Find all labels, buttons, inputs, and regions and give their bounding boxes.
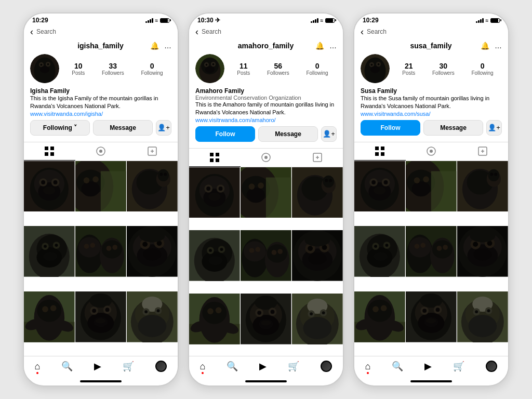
search-icon: 🔍 (61, 361, 73, 372)
profile-nav-item[interactable] (321, 361, 332, 372)
photo-cell-1[interactable] (406, 161, 457, 212)
add-friend-button[interactable]: 👤+ (321, 126, 337, 142)
photo-cell-2[interactable] (127, 161, 178, 212)
photo-cell-0[interactable] (24, 161, 75, 212)
photo-cell-2[interactable] (457, 161, 508, 212)
add-friend-button[interactable]: 👤+ (486, 120, 502, 136)
reels-tab[interactable] (75, 142, 127, 161)
home-nav-item[interactable]: ⌂ (35, 361, 41, 372)
photo-cell-3[interactable] (354, 226, 405, 277)
reels-tab[interactable] (241, 149, 292, 167)
photo-cell-7[interactable] (75, 291, 126, 342)
profile-link[interactable]: www.visitrwanda.com/susa/ (361, 111, 502, 117)
grid-tab[interactable] (24, 142, 75, 161)
photo-cell-5[interactable] (127, 226, 178, 277)
photo-cell-8[interactable] (127, 291, 178, 342)
svg-point-209 (371, 180, 376, 184)
profile-link[interactable]: www.visitrwanda.com/amahoro/ (195, 117, 337, 123)
followers-count: 56 (274, 62, 283, 70)
svg-point-216 (412, 181, 430, 196)
message-button[interactable]: Message (423, 120, 483, 136)
search-nav-item[interactable]: 🔍 (227, 361, 238, 372)
svg-point-272 (426, 318, 436, 324)
photo-cell-6[interactable] (354, 291, 405, 342)
page-wrapper: 10:29 ≈ ‹ Search (0, 0, 532, 399)
photo-cell-4[interactable] (241, 230, 291, 281)
more-icon[interactable]: … (329, 42, 337, 50)
svg-point-156 (308, 246, 313, 251)
home-bar (80, 380, 122, 382)
photo-cell-7[interactable] (241, 294, 291, 344)
more-icon[interactable]: … (495, 42, 502, 50)
grid-tab[interactable] (354, 142, 406, 161)
profile-bio: This is the Amahoro family of mountain g… (195, 101, 337, 117)
time-display: 10:29 (363, 17, 379, 24)
bell-icon[interactable]: 🔔 (481, 42, 489, 50)
tagged-tab[interactable] (126, 142, 178, 161)
profile-name: Igisha Family (30, 87, 171, 95)
profile-nav-item[interactable] (486, 361, 497, 372)
shop-nav-item[interactable]: 🛒 (123, 361, 134, 372)
photo-cell-5[interactable] (457, 226, 508, 277)
following-button[interactable]: Following ˅ (30, 120, 90, 136)
following-count: 0 (315, 62, 320, 70)
time-display: 10:29 (32, 17, 48, 24)
photo-cell-6[interactable] (24, 291, 75, 342)
svg-point-54 (107, 246, 112, 251)
photo-cell-1[interactable] (241, 167, 291, 218)
reels-nav-item[interactable]: ▶ (94, 361, 101, 372)
following-label: Following (306, 70, 328, 76)
bell-icon[interactable]: 🔔 (315, 42, 324, 50)
shop-icon: 🛒 (288, 361, 299, 372)
back-button[interactable]: ‹ (195, 26, 198, 37)
stats-container: 10 Posts 33 Followers 0 Following (63, 62, 171, 76)
shop-nav-item[interactable]: 🛒 (288, 361, 299, 372)
shop-nav-item[interactable]: 🛒 (453, 361, 464, 372)
search-nav-item[interactable]: 🔍 (61, 361, 73, 372)
svg-point-241 (420, 243, 425, 248)
profile-link[interactable]: www.visitrwanda.com/igisha/ (30, 111, 171, 117)
photo-cell-0[interactable] (189, 167, 240, 218)
follow-button[interactable]: Follow (195, 126, 255, 142)
svg-point-81 (92, 309, 96, 313)
grid-tab[interactable] (189, 149, 241, 167)
profile-nav-item[interactable] (155, 361, 167, 372)
svg-point-239 (432, 241, 453, 259)
svg-point-243 (443, 245, 448, 250)
photo-cell-1[interactable] (75, 161, 126, 212)
photo-cell-8[interactable] (457, 291, 508, 342)
photo-cell-8[interactable] (292, 294, 343, 344)
reels-nav-item[interactable]: ▶ (259, 361, 267, 372)
add-friend-button[interactable]: 👤+ (156, 120, 171, 136)
profile-avatar (361, 54, 390, 83)
back-button[interactable]: ‹ (30, 26, 33, 37)
bell-icon[interactable]: 🔔 (150, 42, 159, 50)
posts-stat: 11 Posts (237, 62, 250, 76)
home-nav-item[interactable]: ⌂ (200, 361, 206, 372)
message-button[interactable]: Message (258, 126, 318, 142)
svg-point-53 (90, 243, 95, 248)
gorilla-photo-2 (127, 161, 178, 212)
reels-tab[interactable] (406, 142, 457, 161)
bottom-nav: ⌂ 🔍 ▶ 🛒 (24, 356, 178, 378)
home-nav-item[interactable]: ⌂ (365, 361, 371, 372)
message-button[interactable]: Message (93, 120, 153, 136)
back-button[interactable]: ‹ (361, 26, 364, 37)
photo-cell-5[interactable] (292, 230, 343, 281)
follow-button[interactable]: Follow (361, 120, 420, 136)
search-nav-item[interactable]: 🔍 (392, 361, 403, 372)
photo-cell-0[interactable] (354, 161, 405, 212)
svg-point-93 (157, 309, 160, 312)
reels-nav-item[interactable]: ▶ (424, 361, 432, 372)
photo-cell-3[interactable] (24, 226, 75, 277)
photo-cell-2[interactable] (292, 167, 343, 218)
tagged-tab[interactable] (291, 149, 343, 167)
photo-cell-3[interactable] (189, 230, 240, 281)
photo-cell-6[interactable] (189, 294, 240, 344)
more-icon[interactable]: … (164, 42, 171, 50)
photo-cell-4[interactable] (406, 226, 457, 277)
svg-point-253 (470, 230, 496, 242)
tagged-tab[interactable] (457, 142, 508, 161)
photo-cell-7[interactable] (406, 291, 457, 342)
photo-cell-4[interactable] (75, 226, 126, 277)
